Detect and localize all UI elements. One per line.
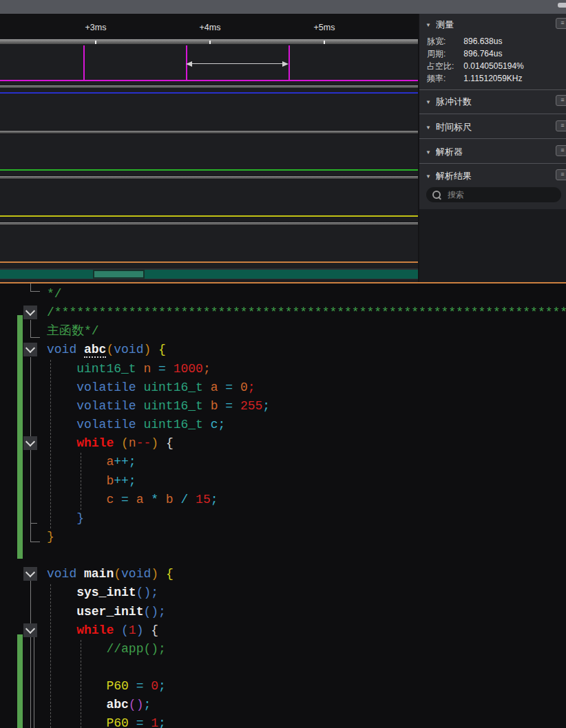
section-menu-button[interactable]: ≡ bbox=[556, 120, 566, 131]
code-line[interactable]: 主函数*/ bbox=[47, 322, 99, 341]
code-token: () bbox=[136, 586, 151, 599]
waveform-overview-scrollbar[interactable] bbox=[0, 268, 418, 279]
code-token: ( bbox=[114, 567, 121, 581]
collapse-triangle-icon[interactable]: ▼ bbox=[426, 173, 431, 180]
code-token: ( bbox=[121, 623, 129, 637]
fold-guide bbox=[30, 523, 37, 524]
change-bar bbox=[17, 315, 23, 559]
window-control-icon[interactable] bbox=[558, 3, 566, 8]
code-token: ) bbox=[136, 623, 144, 637]
code-token: / bbox=[180, 493, 196, 506]
code-token: a bbox=[211, 381, 226, 394]
fold-guide bbox=[30, 337, 40, 338]
code-token: ) bbox=[151, 567, 158, 581]
section-menu-button[interactable]: ≡ bbox=[556, 95, 566, 106]
code-token: ( bbox=[121, 436, 129, 450]
code-token: while bbox=[76, 623, 121, 637]
code-line[interactable]: } bbox=[47, 509, 84, 528]
measure-label: 周期: bbox=[427, 48, 461, 60]
fold-chevron-icon[interactable] bbox=[23, 436, 37, 450]
code-token: () bbox=[143, 605, 158, 619]
fold-chevron-icon[interactable] bbox=[23, 306, 37, 319]
code-line[interactable]: user_init(); bbox=[47, 603, 166, 621]
code-line[interactable]: sys_init(); bbox=[47, 584, 158, 602]
code-token: ) bbox=[143, 343, 151, 356]
section-header-measure[interactable]: ▼ 测量 bbox=[426, 19, 454, 30]
section-menu-button[interactable]: ≡ bbox=[556, 169, 566, 180]
time-label: +5ms bbox=[314, 23, 335, 32]
code-line[interactable]: void main(void) { bbox=[47, 565, 174, 584]
code-line[interactable]: a++; bbox=[47, 453, 136, 471]
code-token: main bbox=[84, 567, 114, 581]
waveform-panel[interactable]: +3ms+4ms+5ms bbox=[0, 14, 418, 283]
channel4-baseline bbox=[0, 215, 418, 217]
code-line[interactable]: /***************************************… bbox=[47, 303, 566, 322]
fold-chevron-icon[interactable] bbox=[23, 343, 37, 356]
measurement-row: 脉宽: 896.638us bbox=[427, 36, 502, 47]
section-header-parser[interactable]: ▼ 解析器 bbox=[426, 147, 463, 158]
code-line[interactable]: while (n--) { bbox=[47, 434, 174, 453]
code-line[interactable]: void abc(void) { bbox=[47, 341, 166, 359]
collapse-triangle-icon[interactable]: ▼ bbox=[426, 99, 431, 105]
collapse-triangle-icon[interactable]: ▼ bbox=[426, 125, 431, 131]
channel-separator[interactable] bbox=[0, 222, 418, 226]
code-token: void bbox=[121, 567, 151, 581]
code-line[interactable]: P60 = 0; bbox=[47, 677, 166, 696]
code-line[interactable]: volatile uint16_t a = 0; bbox=[47, 378, 255, 397]
code-token: P60 bbox=[106, 679, 136, 693]
measure-label: 脉宽: bbox=[427, 36, 461, 47]
code-token: ; bbox=[158, 679, 166, 693]
time-label: +3ms bbox=[85, 23, 107, 32]
search-input[interactable] bbox=[446, 189, 555, 200]
code-token: sys_init bbox=[76, 586, 136, 599]
collapse-triangle-icon[interactable]: ▼ bbox=[426, 149, 431, 156]
scrollbar-thumb[interactable] bbox=[93, 270, 145, 279]
code-token: b bbox=[166, 493, 181, 506]
section-header-time-ruler[interactable]: ▼ 时间标尺 bbox=[426, 122, 472, 133]
code-line[interactable]: uint16_t n = 1000; bbox=[47, 360, 211, 378]
code-token: } bbox=[76, 511, 84, 525]
code-line[interactable]: */ bbox=[47, 285, 62, 303]
code-token: ; bbox=[129, 474, 136, 488]
section-header-parse-result[interactable]: ▼ 解析结果 bbox=[426, 171, 472, 182]
code-token: volatile bbox=[76, 381, 143, 394]
measure-arrow-right-icon bbox=[282, 61, 289, 67]
ruler-tick bbox=[209, 41, 211, 44]
measure-value: 896.638us bbox=[463, 36, 502, 46]
code-line[interactable]: c = a * b / 15; bbox=[47, 491, 218, 509]
collapse-triangle-icon[interactable]: ▼ bbox=[426, 22, 431, 28]
channel-separator[interactable] bbox=[0, 175, 418, 180]
code-line[interactable]: volatile uint16_t b = 255; bbox=[47, 397, 270, 416]
code-token: 15 bbox=[196, 493, 211, 506]
change-bar bbox=[17, 634, 23, 728]
code-line[interactable]: while (1) { bbox=[47, 621, 158, 640]
section-header-pulse-count[interactable]: ▼ 脉冲计数 bbox=[426, 96, 472, 107]
code-line[interactable]: //app(); bbox=[47, 640, 166, 659]
section-menu-button[interactable]: ≡ bbox=[556, 18, 566, 29]
code-token: = bbox=[136, 679, 151, 693]
signal-pulse bbox=[289, 45, 290, 81]
signal-pulse bbox=[83, 45, 85, 81]
section-menu-button[interactable]: ≡ bbox=[556, 145, 566, 156]
code-line[interactable]: b++; bbox=[47, 472, 136, 491]
code-editor[interactable]: *//*************************************… bbox=[0, 283, 566, 728]
channel-separator[interactable] bbox=[0, 85, 418, 89]
code-token: ; bbox=[158, 605, 166, 619]
time-ruler[interactable] bbox=[0, 39, 418, 44]
code-token: void bbox=[47, 343, 84, 356]
fold-chevron-icon[interactable] bbox=[23, 567, 37, 581]
fold-chevron-icon[interactable] bbox=[23, 623, 37, 637]
code-line[interactable]: abc(); bbox=[47, 696, 151, 714]
code-token: { bbox=[143, 623, 158, 637]
code-line[interactable]: P60 = 1; bbox=[47, 714, 166, 728]
channel2-baseline bbox=[0, 92, 418, 94]
fold-guide bbox=[30, 291, 40, 292]
code-token: { bbox=[151, 343, 166, 356]
code-token: ; bbox=[218, 418, 225, 431]
search-box[interactable] bbox=[426, 187, 561, 202]
channel-separator[interactable] bbox=[0, 130, 418, 134]
code-line[interactable]: volatile uint16_t c; bbox=[47, 416, 225, 434]
code-token: uint16_t bbox=[143, 399, 210, 413]
code-line[interactable]: } bbox=[47, 528, 54, 546]
section-label: 测量 bbox=[436, 19, 454, 31]
